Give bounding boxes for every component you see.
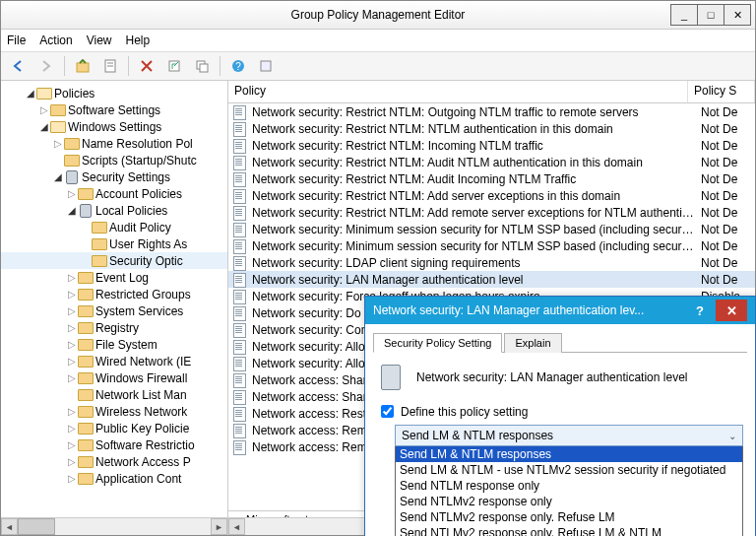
tree-item[interactable]: ▷Account Policies [1,185,227,202]
forward-button[interactable] [34,54,58,78]
tree-item[interactable]: ▷Software Settings [1,101,227,118]
tree-item[interactable]: Scripts (Startup/Shutc [1,152,227,168]
folder-icon [78,187,94,201]
help-icon[interactable]: ? [226,54,250,78]
minimize-button[interactable]: _ [670,4,698,26]
copy-icon[interactable] [190,54,214,78]
tree-item[interactable]: User Rights As [1,235,227,252]
scroll-left-button[interactable]: ◄ [228,518,245,535]
column-headers[interactable]: Policy Policy S [228,81,755,103]
scroll-left-button[interactable]: ◄ [1,518,18,535]
combobox-option[interactable]: Send LM & NTLM responses [396,446,742,462]
tab-security-policy-setting[interactable]: Security Policy Setting [373,333,502,353]
tree-item-label: File System [95,338,158,352]
policy-status: Not De [697,206,755,220]
scroll-right-button[interactable]: ► [211,518,227,535]
policy-row[interactable]: Network security: Restrict NTLM: Audit I… [228,170,755,187]
auth-level-combobox[interactable]: Send LM & NTLM responses ⌄ Send LM & NTL… [395,425,743,536]
tree-item[interactable]: ◢Policies [1,85,227,101]
tree-item[interactable]: ▷Wired Network (IE [1,353,227,369]
policy-row[interactable]: Network security: Restrict NTLM: NTLM au… [228,120,755,137]
tab-explain[interactable]: Explain [504,333,561,353]
define-policy-checkbox[interactable] [381,405,394,418]
tree-item[interactable]: ▷Wireless Network [1,403,227,420]
policy-name-label: Network security: LAN Manager authentica… [416,370,687,384]
policy-icon [232,273,248,287]
properties-icon[interactable] [98,54,122,78]
maximize-button[interactable]: □ [697,4,724,26]
tree-item-label: Windows Firewall [95,371,187,385]
dialog-title: Network security: LAN Manager authentica… [373,303,644,317]
tree-item[interactable]: ▷Restricted Groups [1,286,227,302]
combobox-option[interactable]: Send NTLMv2 response only [396,494,742,509]
tree-item-label: Policies [54,87,94,100]
tree-item-label: Local Policies [95,204,167,218]
back-button[interactable] [7,54,31,78]
tree-item[interactable]: ◢Windows Settings [1,118,227,135]
tree-item-label: Event Log [95,271,149,285]
scroll-thumb[interactable] [18,518,55,535]
policy-row[interactable]: Network security: LDAP client signing re… [228,254,755,271]
policy-row[interactable]: Network security: Restrict NTLM: Audit N… [228,154,755,170]
policy-row[interactable]: Network security: Minimum session securi… [228,221,755,237]
dialog-help-button[interactable]: ? [684,300,716,321]
folder-icon [78,371,94,385]
folder-icon [92,221,107,234]
policy-icon [232,223,248,236]
export-icon[interactable] [162,54,186,78]
tree-item[interactable]: ◢Security Settings [1,168,227,185]
tree-horizontal-scrollbar[interactable]: ◄ ► [1,517,227,535]
menu-file[interactable]: File [7,34,26,47]
define-policy-label: Define this policy setting [401,405,528,419]
tree-item[interactable]: ▷Network Access P [1,453,227,470]
tree-item[interactable]: ▷Windows Firewall [1,369,227,386]
window-title: Group Policy Management Editor [291,8,466,22]
policy-row[interactable]: Network security: Minimum session securi… [228,237,755,254]
tree-item[interactable]: ◢Local Policies [1,202,227,219]
svg-rect-0 [77,63,89,72]
policy-row[interactable]: Network security: LAN Manager authentica… [228,271,755,288]
column-policy[interactable]: Policy [228,81,688,102]
menu-bar: File Action View Help [1,30,755,52]
policy-icon [232,424,248,437]
policy-name: Network security: Restrict NTLM: Add ser… [252,189,697,203]
tree-item[interactable]: Security Optic [1,252,227,269]
column-status[interactable]: Policy S [688,81,755,102]
tree-item[interactable]: Network List Man [1,386,227,403]
tree-item[interactable]: ▷Public Key Policie [1,420,227,436]
policy-row[interactable]: Network security: Restrict NTLM: Add ser… [228,187,755,204]
tree-item-label: Name Resolution Pol [82,137,193,151]
policy-row[interactable]: Network security: Restrict NTLM: Outgoin… [228,103,755,120]
policy-icon [232,156,248,169]
combobox-option[interactable]: Send NTLM response only [396,478,742,494]
combobox-option[interactable]: Send LM & NTLM - use NTLMv2 session secu… [396,462,742,478]
toolbar: ? [1,52,755,81]
policy-icon [232,239,248,253]
tree-item[interactable]: ▷Name Resolution Pol [1,135,227,152]
menu-help[interactable]: Help [126,34,151,47]
tree-item[interactable]: ▷Application Cont [1,470,227,487]
up-icon[interactable] [71,54,94,78]
menu-action[interactable]: Action [39,34,72,47]
tree-item[interactable]: ▷Event Log [1,269,227,286]
shield-icon [78,204,94,218]
tree-item[interactable]: ▷File System [1,336,227,353]
policy-icon [232,373,248,387]
tree-item[interactable]: Audit Policy [1,219,227,235]
policy-status: Not De [697,156,755,169]
policy-row[interactable]: Network security: Restrict NTLM: Incomin… [228,137,755,154]
tree-item[interactable]: ▷System Services [1,302,227,319]
close-button[interactable]: ✕ [724,4,751,26]
policy-row[interactable]: Network security: Restrict NTLM: Add rem… [228,204,755,221]
svg-rect-6 [200,64,208,72]
delete-icon[interactable] [135,54,158,78]
tree-item[interactable]: ▷Registry [1,319,227,336]
combobox-option[interactable]: Send NTLMv2 response only. Refuse LM [396,509,742,525]
tree-pane[interactable]: ◢Policies▷Software Settings◢Windows Sett… [1,81,228,535]
dialog-close-button[interactable]: ✕ [716,300,747,321]
refresh-icon[interactable] [254,54,278,78]
combobox-option[interactable]: Send NTLMv2 response only. Refuse LM & N… [396,525,742,536]
menu-view[interactable]: View [87,34,112,47]
tree-item-label: Audit Policy [109,221,171,234]
tree-item[interactable]: ▷Software Restrictio [1,436,227,453]
